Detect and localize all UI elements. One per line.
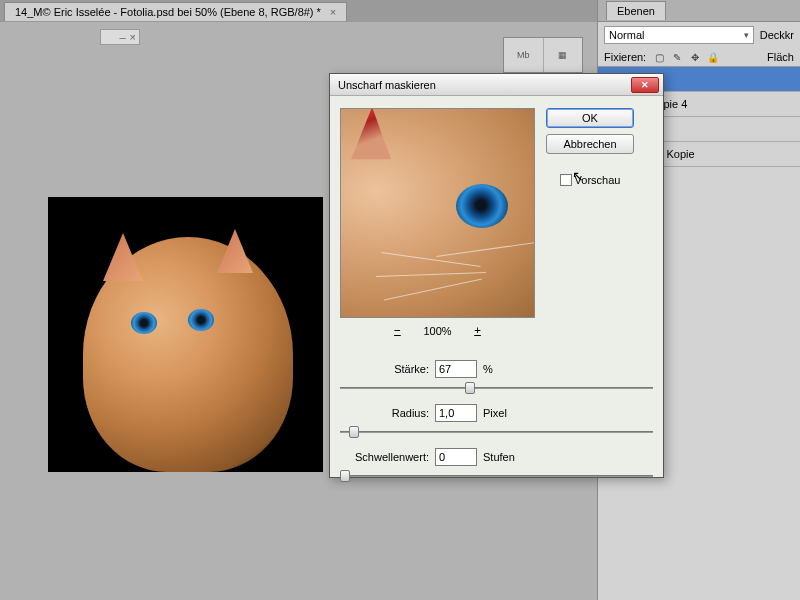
radius-input[interactable] xyxy=(435,404,477,422)
blend-mode-select[interactable]: Normal xyxy=(604,26,754,44)
zoom-out-button[interactable]: − xyxy=(389,324,405,338)
canvas-image xyxy=(83,237,293,472)
fill-label: Fläch xyxy=(767,51,794,63)
document-tab-title: 14_M© Eric Isselée - Fotolia.psd bei 50%… xyxy=(15,6,321,18)
preview-checkbox[interactable] xyxy=(560,174,572,186)
lock-all-icon[interactable]: 🔒 xyxy=(706,50,720,64)
document-window-chrome: – × xyxy=(100,29,140,45)
amount-unit: % xyxy=(483,363,493,375)
dialog-title: Unscharf maskieren xyxy=(334,79,631,91)
amount-input[interactable] xyxy=(435,360,477,378)
radius-slider[interactable] xyxy=(340,424,653,440)
mini-toolbar: Mb ▦ xyxy=(503,37,583,73)
ok-button[interactable]: OK xyxy=(546,108,634,128)
close-icon[interactable]: ✕ xyxy=(631,77,659,93)
threshold-slider[interactable] xyxy=(340,468,653,484)
minimize-icon[interactable]: – xyxy=(119,31,125,43)
lock-brush-icon[interactable]: ✎ xyxy=(670,50,684,64)
amount-label: Stärke: xyxy=(340,363,435,375)
cancel-button[interactable]: Abbrechen xyxy=(546,134,634,154)
lock-label: Fixieren: xyxy=(604,51,646,63)
lock-transparency-icon[interactable]: ▢ xyxy=(652,50,666,64)
lock-move-icon[interactable]: ✥ xyxy=(688,50,702,64)
threshold-unit: Stufen xyxy=(483,451,515,463)
close-icon[interactable]: × xyxy=(130,31,136,43)
threshold-label: Schwellenwert: xyxy=(340,451,435,463)
canvas[interactable] xyxy=(48,197,323,472)
opacity-label: Deckkr xyxy=(760,29,794,41)
unsharp-mask-dialog: Unscharf maskieren ✕ − 100% + OK Abbrech… xyxy=(329,73,664,478)
tab-layers[interactable]: Ebenen xyxy=(606,1,666,20)
panel-tab-row: Ebenen xyxy=(598,0,800,22)
zoom-level: 100% xyxy=(423,325,451,337)
radius-unit: Pixel xyxy=(483,407,507,419)
preview-checkbox-label: Vorschau xyxy=(575,174,621,186)
preview-image[interactable] xyxy=(340,108,535,318)
close-icon[interactable]: × xyxy=(330,6,336,18)
blend-mode-value: Normal xyxy=(609,29,644,41)
threshold-input[interactable] xyxy=(435,448,477,466)
radius-label: Radius: xyxy=(340,407,435,419)
toolbar-button-grid[interactable]: ▦ xyxy=(544,38,583,72)
document-tab[interactable]: 14_M© Eric Isselée - Fotolia.psd bei 50%… xyxy=(4,2,347,21)
dialog-title-bar[interactable]: Unscharf maskieren ✕ xyxy=(330,74,663,96)
zoom-in-button[interactable]: + xyxy=(470,324,486,338)
toolbar-button-1[interactable]: Mb xyxy=(504,38,544,72)
amount-slider[interactable] xyxy=(340,380,653,396)
